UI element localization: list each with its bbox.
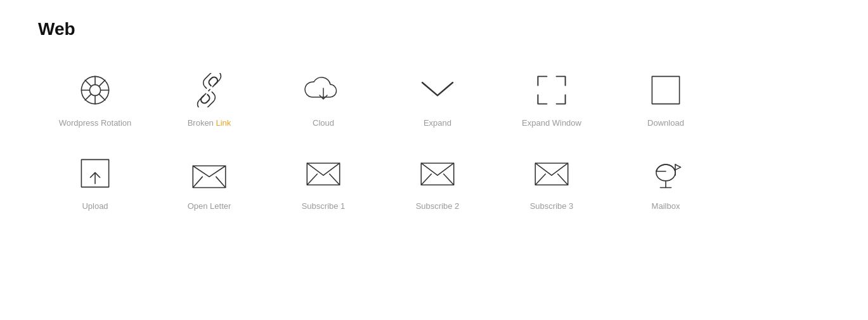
- svg-line-16: [193, 177, 202, 187]
- svg-line-6: [85, 80, 91, 86]
- icon-item-mailbox[interactable]: Mailbox: [609, 142, 723, 218]
- subscribe-2-icon: [418, 154, 457, 192]
- svg-line-26: [558, 174, 568, 185]
- open-letter-icon: [190, 154, 228, 192]
- icon-item-open-letter[interactable]: Open Letter: [152, 142, 266, 218]
- icon-row-2: Upload Open Letter: [38, 142, 830, 218]
- svg-line-9: [85, 94, 91, 100]
- mailbox-icon: [647, 154, 685, 192]
- cloud-icon: [304, 71, 342, 109]
- expand-window-icon: [533, 71, 571, 109]
- subscribe-1-label: Subscribe 1: [302, 201, 346, 212]
- svg-line-23: [444, 174, 454, 185]
- svg-line-19: [307, 174, 317, 185]
- svg-line-25: [535, 174, 545, 185]
- icon-item-subscribe-2[interactable]: Subscribe 2: [380, 142, 495, 218]
- svg-line-10: [209, 90, 210, 91]
- open-letter-label: Open Letter: [188, 201, 231, 212]
- icon-grid-container: Wordpress Rotation Broken Link: [38, 58, 830, 218]
- icon-item-subscribe-1[interactable]: Subscribe 1: [266, 142, 380, 218]
- upload-label: Upload: [82, 201, 108, 212]
- subscribe-3-label: Subscribe 3: [530, 201, 574, 212]
- icon-item-cloud[interactable]: Cloud: [266, 58, 380, 135]
- icon-item-expand[interactable]: Expand: [380, 58, 495, 135]
- broken-link-label: Broken Link: [188, 118, 231, 129]
- svg-rect-12: [652, 76, 679, 103]
- icon-item-upload[interactable]: Upload: [38, 142, 152, 218]
- wordpress-rotation-label: Wordpress Rotation: [59, 118, 132, 129]
- subscribe-2-label: Subscribe 2: [416, 201, 460, 212]
- page-title: Web: [38, 19, 830, 39]
- svg-line-8: [99, 80, 105, 86]
- wordpress-rotation-icon: [76, 71, 114, 109]
- download-label: Download: [647, 118, 684, 129]
- svg-line-22: [421, 174, 431, 185]
- broken-link-icon: [190, 71, 228, 109]
- svg-line-20: [330, 174, 340, 185]
- svg-line-17: [216, 177, 226, 187]
- expand-icon: [418, 71, 457, 109]
- icon-item-wordpress-rotation[interactable]: Wordpress Rotation: [38, 58, 152, 135]
- expand-window-label: Expand Window: [522, 118, 581, 129]
- icon-item-subscribe-3[interactable]: Subscribe 3: [495, 142, 609, 218]
- subscribe-1-icon: [304, 154, 342, 192]
- icon-row-1: Wordpress Rotation Broken Link: [38, 58, 830, 135]
- icon-item-download[interactable]: Download: [609, 58, 723, 135]
- mailbox-label: Mailbox: [652, 201, 680, 212]
- upload-icon: [76, 154, 114, 192]
- icon-item-broken-link[interactable]: Broken Link: [152, 58, 266, 135]
- svg-line-7: [99, 94, 105, 100]
- download-icon: [647, 71, 685, 109]
- icon-item-expand-window[interactable]: Expand Window: [495, 58, 609, 135]
- subscribe-3-icon: [533, 154, 571, 192]
- cloud-label: Cloud: [313, 118, 334, 129]
- expand-label: Expand: [424, 118, 451, 129]
